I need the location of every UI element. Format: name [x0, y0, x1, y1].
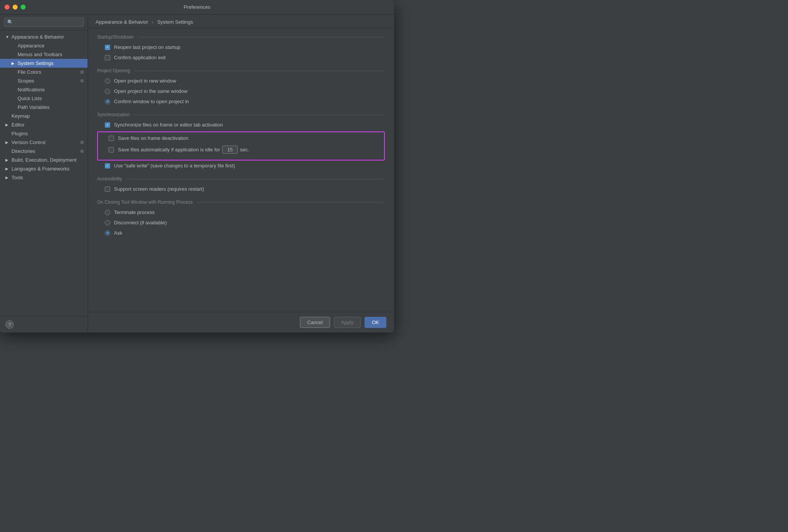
option-sync-files: Synchronize files on frame or editor tab… — [97, 121, 385, 128]
breadcrumb: Appearance & Behavior › System Settings — [88, 15, 394, 28]
option-label: Synchronize files on frame or editor tab… — [114, 122, 223, 128]
minimize-button[interactable] — [13, 5, 18, 10]
sidebar-item-label: Appearance & Behavior — [11, 34, 84, 40]
option-label: Support screen readers (requires restart… — [114, 186, 204, 192]
sidebar-item-label: Tools — [11, 175, 84, 180]
option-label-sec: sec. — [240, 147, 249, 152]
arrow-icon: ▶ — [5, 140, 10, 144]
sidebar-item-label: Editor — [11, 122, 84, 128]
sidebar-item-label: Path Variables — [18, 104, 84, 110]
sidebar-item-label: Build, Execution, Deployment — [11, 157, 84, 163]
arrow-icon: ▼ — [5, 35, 10, 39]
radio-open-same-window[interactable] — [105, 89, 110, 94]
search-bar — [0, 15, 88, 30]
sidebar-item-label: Scopes — [18, 78, 79, 84]
option-save-deactivation: Save files on frame deactivation — [101, 135, 381, 142]
idle-seconds-input[interactable] — [222, 146, 238, 154]
section-header-closing: On Closing Tool Window with Running Proc… — [97, 200, 385, 205]
option-save-idle: Save files automatically if application … — [101, 145, 381, 154]
sidebar-item-label: File Colors — [18, 69, 79, 75]
option-open-same-window: Open project in the same window — [97, 88, 385, 95]
sidebar-item-directories[interactable]: Directories ⊞ — [0, 147, 88, 156]
section-header-label: On Closing Tool Window with Running Proc… — [97, 200, 193, 205]
radio-disconnect[interactable] — [105, 220, 110, 225]
section-header-synchronization: Synchronization — [97, 112, 385, 117]
checkbox-save-idle[interactable] — [109, 147, 114, 152]
section-header-startup: Startup/Shutdown — [97, 34, 385, 40]
sidebar-item-label: Directories — [11, 148, 79, 154]
sidebar-item-keymap[interactable]: Keymap — [0, 112, 88, 120]
sidebar-item-tools[interactable]: ▶ Tools — [0, 173, 88, 182]
option-label: Reopen last project on startup — [114, 44, 180, 50]
checkbox-safe-write[interactable] — [105, 163, 110, 169]
sidebar-item-label: Languages & Frameworks — [11, 166, 84, 172]
apply-button[interactable]: Apply — [334, 317, 361, 328]
arrow-icon: ▶ — [5, 175, 10, 180]
search-input[interactable] — [4, 18, 84, 27]
help-button[interactable]: ? — [5, 320, 14, 329]
extra-icon: ⊞ — [80, 140, 84, 145]
section-header-project-opening: Project Opening — [97, 68, 385, 73]
sidebar-item-label: Version Control — [11, 139, 79, 145]
section-header-label: Startup/Shutdown — [97, 34, 134, 40]
ok-button[interactable]: OK — [365, 317, 386, 328]
option-terminate: Terminate process — [97, 209, 385, 216]
section-closing-tool-window: On Closing Tool Window with Running Proc… — [97, 200, 385, 237]
option-label: Use "safe write" (save changes to a temp… — [114, 163, 235, 169]
checkbox-screen-readers[interactable] — [105, 187, 110, 192]
sidebar-item-label: Plugins — [11, 131, 84, 136]
section-header-label: Project Opening — [97, 68, 130, 73]
sidebar-item-editor[interactable]: ▶ Editor — [0, 120, 88, 129]
section-header-label: Accessibility — [97, 176, 122, 182]
sidebar-item-appearance-behavior[interactable]: ▼ Appearance & Behavior — [0, 32, 88, 41]
radio-terminate[interactable] — [105, 210, 110, 215]
footer: Cancel Apply OK — [88, 312, 394, 332]
radio-ask[interactable] — [105, 230, 110, 236]
option-reopen-last-project: Reopen last project on startup — [97, 44, 385, 51]
sidebar-item-system-settings[interactable]: ▶ System Settings — [0, 59, 88, 68]
radio-confirm-window[interactable] — [105, 99, 110, 104]
breadcrumb-current: System Settings — [157, 19, 193, 25]
section-accessibility: Accessibility Support screen readers (re… — [97, 176, 385, 193]
sidebar-item-quick-lists[interactable]: Quick Lists — [0, 94, 88, 103]
sidebar-nav: ▼ Appearance & Behavior Appearance Menus… — [0, 30, 88, 316]
checkbox-reopen-last-project[interactable] — [105, 45, 110, 50]
sidebar-item-build-execution[interactable]: ▶ Build, Execution, Deployment — [0, 156, 88, 164]
sidebar-item-label: Notifications — [18, 87, 84, 92]
sidebar-item-label: Menus and Toolbars — [18, 52, 84, 57]
extra-icon: ⊞ — [80, 70, 84, 75]
option-label: Confirm application exit — [114, 55, 166, 60]
close-button[interactable] — [5, 5, 10, 10]
sidebar-item-version-control[interactable]: ▶ Version Control ⊞ — [0, 138, 88, 147]
option-label: Confirm window to open project in — [114, 99, 189, 104]
sidebar-item-label: Keymap — [11, 113, 84, 119]
sidebar-item-menus-toolbars[interactable]: Menus and Toolbars — [0, 50, 88, 59]
option-confirm-window: Confirm window to open project in — [97, 98, 385, 105]
option-screen-readers: Support screen readers (requires restart… — [97, 185, 385, 193]
checkbox-save-deactivation[interactable] — [109, 136, 114, 141]
sidebar-item-path-variables[interactable]: Path Variables — [0, 103, 88, 112]
window-controls[interactable] — [5, 5, 26, 10]
window-title: Preferences — [184, 4, 210, 10]
sidebar-item-plugins[interactable]: Plugins — [0, 129, 88, 138]
sidebar-item-languages-frameworks[interactable]: ▶ Languages & Frameworks — [0, 164, 88, 173]
option-label: Ask — [114, 230, 122, 236]
sidebar-item-file-colors[interactable]: File Colors ⊞ — [0, 68, 88, 76]
option-label: Disconnect (if available) — [114, 220, 167, 225]
maximize-button[interactable] — [21, 5, 26, 10]
extra-icon: ⊞ — [80, 78, 84, 83]
checkbox-confirm-exit[interactable] — [105, 55, 110, 60]
radio-open-new-window[interactable] — [105, 78, 110, 84]
sidebar-item-notifications[interactable]: Notifications — [0, 85, 88, 94]
content-body: Startup/Shutdown Reopen last project on … — [88, 28, 394, 312]
option-open-new-window: Open project in new window — [97, 77, 385, 84]
option-label: Terminate process — [114, 209, 155, 215]
checkbox-sync-files[interactable] — [105, 122, 110, 128]
sidebar-bottom: ? — [0, 316, 88, 332]
cancel-button[interactable]: Cancel — [300, 317, 330, 328]
sidebar-item-scopes[interactable]: Scopes ⊞ — [0, 76, 88, 85]
section-project-opening: Project Opening Open project in new wind… — [97, 68, 385, 105]
sidebar-item-appearance[interactable]: Appearance — [0, 41, 88, 50]
option-label: Open project in new window — [114, 78, 176, 84]
sidebar-item-label: Quick Lists — [18, 96, 84, 101]
